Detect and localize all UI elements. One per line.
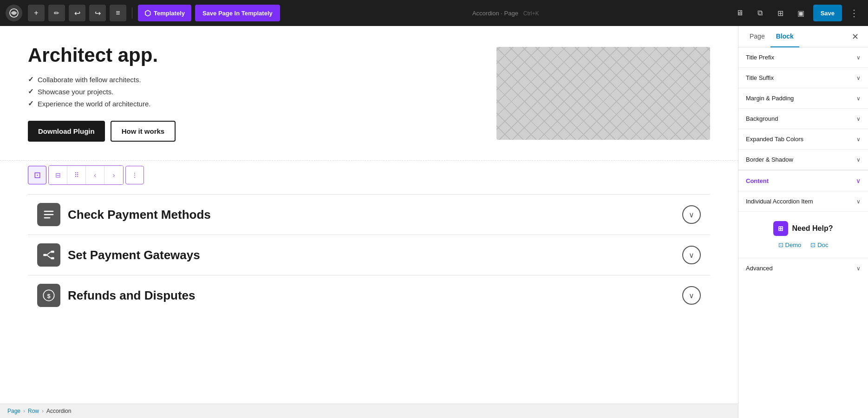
preview-button[interactable]: ⧉ <box>752 5 769 21</box>
accordion-icon-1 <box>37 203 60 226</box>
main-layout: Architect app. Collaborate with fellow a… <box>0 26 868 418</box>
svg-rect-3 <box>44 217 51 218</box>
hero-buttons: Download Plugin How it works <box>28 121 478 142</box>
svg-rect-1 <box>44 211 54 212</box>
doc-icon: ⊡ <box>810 242 816 248</box>
accordion-title-1: Check Payment Methods <box>68 208 675 222</box>
templately-label: Templately <box>154 10 185 17</box>
more-options-button[interactable]: ⋮ <box>846 5 862 21</box>
list-view-button[interactable]: ≡ <box>110 5 126 21</box>
redo-button[interactable]: ↪ <box>89 5 106 21</box>
canvas-wrapper: Architect app. Collaborate with fellow a… <box>0 26 738 418</box>
breadcrumb-page[interactable]: Page <box>7 408 20 414</box>
doc-link[interactable]: ⊡ Doc <box>810 242 828 248</box>
content-section[interactable]: Content ∨ <box>738 170 868 191</box>
expanded-tab-colors-label: Expanded Tab Colors <box>746 136 803 143</box>
accordion-item-1[interactable]: Check Payment Methods ∨ <box>28 194 710 235</box>
accordion-title-3: Refunds and Disputes <box>68 288 675 303</box>
expanded-tab-colors-chevron: ∨ <box>856 136 861 143</box>
dollar-icon: $ <box>42 289 55 302</box>
individual-accordion-label: Individual Accordion Item <box>746 198 813 205</box>
advanced-label: Advanced <box>746 265 773 272</box>
breadcrumb-sep-1: › <box>23 408 25 414</box>
svg-line-8 <box>46 255 51 258</box>
accordion-chevron-1[interactable]: ∨ <box>682 205 701 224</box>
topbar-right: 🖥 ⧉ ⊞ ▣ Save ⋮ <box>731 5 862 21</box>
advanced-section[interactable]: Advanced ∨ <box>738 258 868 278</box>
breadcrumb-row[interactable]: Row <box>28 408 39 414</box>
toolbar-group: ⊟ ⠿ ‹ › <box>48 165 124 185</box>
page-shortcut: Ctrl+K <box>523 10 539 17</box>
advanced-chevron: ∨ <box>856 265 861 272</box>
undo-button[interactable]: ↩ <box>69 5 85 21</box>
list-item: Collaborate with fellow architects. <box>28 75 478 84</box>
accordion-chevron-3[interactable]: ∨ <box>682 286 701 305</box>
list-item: Experience the world of architecture. <box>28 99 478 108</box>
align-tool-button[interactable]: ⊡ <box>28 166 46 184</box>
title-prefix-section[interactable]: Title Prefix ∨ <box>738 47 868 68</box>
plugins-button[interactable]: ⊞ <box>772 5 789 21</box>
breadcrumb-sep-2: › <box>42 408 44 414</box>
breadcrumb: Page › Row › Accordion <box>0 404 738 418</box>
how-it-works-button[interactable]: How it works <box>111 121 176 142</box>
title-suffix-chevron: ∨ <box>856 75 861 81</box>
prev-button[interactable]: ‹ <box>86 166 104 184</box>
accordion-item-3[interactable]: $ Refunds and Disputes ∨ <box>28 275 710 315</box>
list-item: Showcase your projects. <box>28 87 478 96</box>
border-shadow-label: Border & Shadow <box>746 156 793 163</box>
download-plugin-button[interactable]: Download Plugin <box>28 121 105 142</box>
geometric-pattern <box>496 47 710 140</box>
templately-button[interactable]: ⬡ Templately <box>138 5 191 21</box>
background-label: Background <box>746 115 778 122</box>
tab-block[interactable]: Block <box>770 26 799 47</box>
save-page-templately-button[interactable]: Save Page In Templately <box>195 5 280 21</box>
add-block-button[interactable]: + <box>28 5 45 21</box>
flow-icon <box>42 248 55 261</box>
border-shadow-section[interactable]: Border & Shadow ∨ <box>738 150 868 170</box>
hero-section: Architect app. Collaborate with fellow a… <box>0 26 738 160</box>
need-help-icon: ⊞ <box>773 221 788 236</box>
hero-title: Architect app. <box>28 45 478 66</box>
edit-button[interactable]: ✏ <box>48 5 65 21</box>
accordion-section: Check Payment Methods ∨ Set P <box>0 189 738 334</box>
hero-image <box>496 47 710 140</box>
content-label: Content <box>746 177 769 184</box>
expanded-tab-colors-section[interactable]: Expanded Tab Colors ∨ <box>738 129 868 150</box>
title-prefix-chevron: ∨ <box>856 54 861 61</box>
demo-label: Demo <box>785 242 802 248</box>
tab-page[interactable]: Page <box>744 26 770 47</box>
right-sidebar: Page Block ✕ Title Prefix ∨ Title Suffix… <box>738 26 868 418</box>
sidebar-close-button[interactable]: ✕ <box>848 29 862 44</box>
wp-logo[interactable] <box>6 5 22 21</box>
canvas-area: Architect app. Collaborate with fellow a… <box>0 26 738 418</box>
need-help-links: ⊡ Demo ⊡ Doc <box>778 242 829 248</box>
desktop-view-button[interactable]: 🖥 <box>731 5 748 21</box>
margin-padding-section[interactable]: Margin & Padding ∨ <box>738 88 868 109</box>
sidebar-toggle-button[interactable]: ▣ <box>793 5 809 21</box>
list-icon <box>42 208 55 221</box>
need-help-title: ⊞ Need Help? <box>773 221 833 236</box>
next-button[interactable]: › <box>104 166 123 184</box>
svg-rect-5 <box>51 251 54 253</box>
individual-accordion-section[interactable]: Individual Accordion Item ∨ <box>738 191 868 212</box>
demo-icon: ⊡ <box>778 242 783 248</box>
accordion-item-2[interactable]: Set Payment Gateways ∨ <box>28 235 710 275</box>
demo-link[interactable]: ⊡ Demo <box>778 242 802 248</box>
page-title-text: Accordion · Page <box>472 10 518 17</box>
svg-text:$: $ <box>47 293 50 300</box>
breadcrumb-accordion: Accordion <box>46 408 71 414</box>
doc-label: Doc <box>817 242 828 248</box>
border-shadow-chevron: ∨ <box>856 157 861 163</box>
drag-handle[interactable]: ⠿ <box>67 166 86 184</box>
background-section[interactable]: Background ∨ <box>738 109 868 129</box>
margin-padding-chevron: ∨ <box>856 95 861 102</box>
accordion-chevron-2[interactable]: ∨ <box>682 246 701 264</box>
layout-tool-button[interactable]: ⊟ <box>49 166 67 184</box>
more-tool-button[interactable]: ⋮ <box>125 166 144 184</box>
title-suffix-section[interactable]: Title Suffix ∨ <box>738 68 868 88</box>
individual-accordion-chevron: ∨ <box>856 198 861 205</box>
save-button[interactable]: Save <box>813 5 842 21</box>
need-help-section: ⊞ Need Help? ⊡ Demo ⊡ Doc <box>738 212 868 258</box>
svg-rect-2 <box>44 214 54 215</box>
need-help-text: Need Help? <box>792 224 833 233</box>
